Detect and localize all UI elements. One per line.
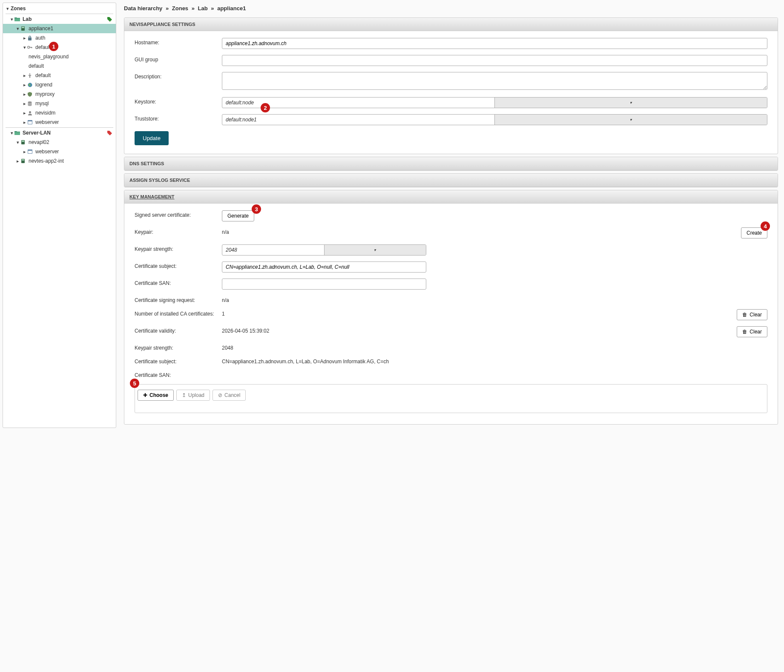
panel-header[interactable]: DNS SETTINGS (124, 157, 778, 170)
tree-label: nevisidm (34, 110, 55, 116)
svg-rect-1 (22, 27, 24, 28)
user-icon (27, 110, 33, 116)
tree-logrend[interactable]: ▸ logrend (3, 80, 116, 89)
panel-header[interactable]: NEVISAPPLIANCE SETTINGS (124, 18, 778, 31)
callout-5: 5 (130, 379, 139, 388)
trash-icon: 🗑 (742, 312, 747, 318)
svg-rect-15 (22, 159, 24, 161)
panel-syslog: ASSIGN SYSLOG SERVICE (124, 173, 778, 187)
panel-header[interactable]: KEY MANAGEMENT (124, 190, 778, 204)
breadcrumb-zones[interactable]: Zones (172, 5, 188, 11)
label-keypair-strength: Keypair strength: (135, 244, 222, 252)
keystore-select[interactable]: default:node ▾ (222, 97, 767, 108)
cancel-button[interactable]: ⊘Cancel (213, 390, 246, 401)
label-cert-subject: Certificate subject: (135, 261, 222, 269)
svg-point-4 (29, 76, 31, 78)
panel-header[interactable]: ASSIGN SYSLOG SERVICE (124, 174, 778, 187)
chevron-right-icon: ▸ (23, 101, 27, 106)
tree-nevisidm[interactable]: ▸ nevisidm (3, 108, 116, 118)
label-csr: Certificate signing request: (135, 296, 222, 303)
callout-3: 3 (252, 204, 261, 214)
breadcrumb-lab[interactable]: Lab (198, 5, 208, 11)
tag-icon (107, 131, 112, 135)
keypair-value: n/a (222, 227, 229, 235)
chevron-right-icon: ▸ (23, 82, 27, 88)
tree-zones[interactable]: ▾ Zones (3, 4, 116, 13)
globe-icon (27, 82, 33, 88)
svg-rect-9 (28, 121, 32, 124)
divider (6, 14, 113, 14)
validity-value: 2026-04-05 15:39:02 (222, 326, 269, 334)
panel-appliance: NEVISAPPLIANCE SETTINGS Hostname: GUI gr… (124, 17, 778, 154)
tree-label: nevis_playground (28, 54, 69, 60)
clear-validity-button[interactable]: 🗑Clear (737, 326, 767, 337)
tree-label: Server-LAN (22, 130, 51, 136)
key-icon (27, 44, 33, 50)
tree-label: default (34, 72, 51, 78)
tree-label: webserver (34, 149, 59, 155)
svg-point-3 (28, 46, 30, 49)
tree-auth[interactable]: ▸ auth (3, 33, 116, 43)
key-down-icon (27, 72, 33, 78)
label-subject2: Certificate subject: (135, 357, 222, 365)
label-cert-san: Certificate SAN: (135, 279, 222, 286)
tree-label: default (28, 63, 44, 69)
tree-webserver2[interactable]: ▸ webserver (3, 147, 116, 156)
tree-serverlan[interactable]: ▾ Server-LAN (3, 128, 116, 138)
chevron-right-icon: ▸ (16, 158, 20, 164)
strength2-value: 2048 (222, 343, 233, 351)
chevron-down-icon: ▾ (10, 130, 14, 136)
tree-mysql[interactable]: ▸ mysql (3, 99, 116, 108)
upload-icon: ↥ (182, 392, 186, 398)
folder-icon (14, 130, 20, 136)
tag-icon (107, 17, 112, 21)
breadcrumb-root[interactable]: Data hierarchy (124, 5, 162, 11)
upload-button[interactable]: ↥Upload (176, 390, 210, 401)
chevron-right-icon: ▸ (23, 73, 27, 78)
tree-label: auth (34, 35, 45, 41)
lock-icon (27, 35, 33, 41)
tree-default-child[interactable]: default (3, 61, 116, 71)
tree-label: nevapl02 (28, 139, 49, 145)
chevron-right-icon: ▸ (23, 120, 27, 125)
breadcrumb-node: appliance1 (217, 5, 246, 11)
callout-1: 1 (49, 42, 58, 51)
tree-default-key[interactable]: ▸ default (3, 71, 116, 80)
gui-group-input[interactable] (222, 55, 767, 66)
trash-icon: 🗑 (742, 329, 747, 335)
keypair-strength-select[interactable]: 2048 ▾ (222, 244, 426, 256)
tree-nevapl02[interactable]: ▾ nevapl02 (3, 138, 116, 147)
svg-rect-13 (28, 151, 32, 153)
tree-webserver[interactable]: ▸ webserver (3, 118, 116, 127)
upload-area: 5 ✚Choose ↥Upload ⊘Cancel (135, 384, 767, 413)
panel-key-management: KEY MANAGEMENT Signed server certificate… (124, 190, 778, 425)
cert-subject-input[interactable] (222, 261, 426, 273)
update-button[interactable]: Update (135, 131, 169, 145)
panel-dns: DNS SETTINGS (124, 157, 778, 171)
server-icon (20, 26, 26, 32)
chevron-down-icon: ▾ (16, 26, 20, 32)
description-input[interactable] (222, 72, 767, 90)
chevron-right-icon: ▸ (23, 110, 27, 116)
num-ca-value: 1 (222, 309, 225, 317)
chevron-down-icon: ▾ (23, 45, 27, 50)
callout-2: 2 (261, 103, 270, 112)
svg-point-7 (29, 111, 31, 113)
tree-lab[interactable]: ▾ Lab (3, 14, 116, 24)
generate-button[interactable]: Generate (222, 210, 254, 221)
cancel-icon: ⊘ (218, 392, 222, 398)
choose-button[interactable]: ✚Choose (138, 390, 174, 401)
tree-nevis-playground[interactable]: nevis_playground (3, 52, 116, 61)
truststore-select[interactable]: default:node1 ▾ (222, 114, 767, 125)
hostname-input[interactable] (222, 38, 767, 49)
tree-default[interactable]: ▾ default 1 (3, 43, 116, 52)
chevron-down-icon: ▾ (324, 245, 426, 255)
clear-ca-button[interactable]: 🗑Clear (737, 309, 767, 320)
label-description: Description: (135, 72, 222, 80)
tree-myproxy[interactable]: ▸ myproxy (3, 89, 116, 99)
cert-san-input[interactable] (222, 279, 426, 290)
database-icon (27, 101, 33, 106)
tree-appliance1[interactable]: ▾ appliance1 (3, 24, 116, 33)
tree-nevtes[interactable]: ▸ nevtes-app2-int (3, 156, 116, 166)
chevron-right-icon: ▸ (23, 35, 27, 41)
